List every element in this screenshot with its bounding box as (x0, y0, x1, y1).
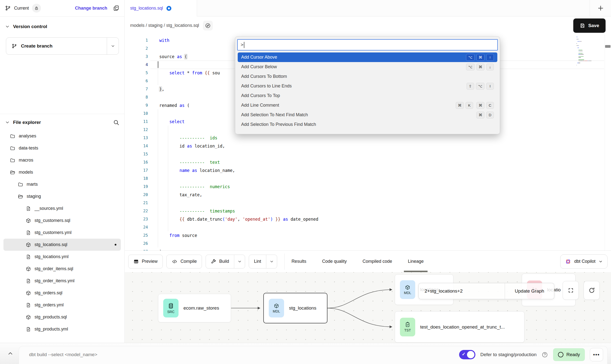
line-number: 13 (125, 135, 148, 140)
file-tree-item-stg-customers-yml[interactable]: stg_customers.yml (3, 227, 121, 239)
lineage-filter-input[interactable]: 2+stg_locations+2 (419, 283, 505, 299)
git-branch-icon (5, 5, 11, 11)
line-number: 3 (125, 54, 148, 59)
update-graph-button[interactable]: Update Graph (505, 283, 554, 299)
file-tree-item-stg-orders-yml[interactable]: stg_orders.yml (3, 299, 121, 311)
more-options-button[interactable]: ••• (590, 348, 603, 361)
save-button[interactable]: Save (573, 18, 606, 33)
file-tree-item-stg-order-items-sql[interactable]: stg_order_items.sql (3, 263, 121, 275)
model-file-icon (26, 218, 31, 223)
version-control-header[interactable]: Version control (0, 17, 124, 29)
unsaved-changes-dot (166, 6, 171, 11)
command-item-add-selection-to-previous-find-match[interactable]: Add Selection To Previous Find Match (238, 120, 497, 129)
node-label: test_does_location_opened_at_trunc_t... (420, 324, 505, 330)
tab-lineage[interactable]: Lineage (408, 251, 424, 272)
tab-stg-locations-sql[interactable]: stg_locations.sql (125, 0, 197, 17)
palette-query: > (241, 42, 243, 48)
file-tree-item-analyses[interactable]: analyses (3, 130, 121, 142)
command-item-add-cursors-to-line-ends[interactable]: Add Cursors to Line Ends⇧⌥I (238, 81, 497, 91)
file-tree: analysesdata-testsmacrosmodelsmartsstagi… (0, 130, 124, 335)
key-chip: ⌥ (476, 83, 485, 90)
search-icon[interactable] (113, 119, 119, 126)
copy-icon[interactable] (113, 5, 119, 11)
status-badge: Ready (553, 348, 585, 361)
lint-dropdown[interactable] (266, 255, 277, 268)
file-tree-item-marts[interactable]: marts (3, 178, 121, 190)
command-item-add-cursors-to-top[interactable]: Add Cursors To Top (238, 91, 497, 100)
code-line-24: 24 (125, 223, 611, 231)
editor-scrollbar[interactable] (605, 34, 611, 250)
line-number: 2 (125, 46, 148, 51)
build-button[interactable]: Build (206, 255, 245, 268)
compile-button[interactable]: Compile (166, 255, 202, 268)
editor-tabstrip: stg_locations.sql (125, 0, 611, 17)
line-text: id as location_id, (159, 144, 225, 149)
floppy-disk-icon (580, 23, 585, 28)
collapse-panel-button[interactable] (5, 348, 15, 358)
file-label: stg_locations.yml (35, 254, 69, 259)
command-list: Add Cursor Above⌥⌘↑Add Cursor Below⌥⌘↓Ad… (237, 52, 498, 129)
chevron-up-icon (7, 350, 14, 357)
file-tree-item-stg-locations-sql[interactable]: stg_locations.sql (3, 239, 121, 251)
scrollbar-thumb[interactable] (605, 45, 611, 48)
preview-button[interactable]: Preview (128, 255, 163, 268)
file-tree-item-stg-products-yml[interactable]: stg_products.yml (3, 323, 121, 335)
refresh-button[interactable] (584, 281, 600, 300)
lineage-node-model[interactable]: MDLstg_locations (263, 293, 327, 323)
cli-command-input[interactable]: dbt build --select <model_name> (29, 346, 97, 363)
key-chip: I (486, 83, 494, 90)
chevron-down-icon (598, 259, 603, 264)
file-tree-item-stg-products-sql[interactable]: stg_products.sql (3, 311, 121, 323)
lineage-canvas[interactable]: SRCecom.raw_storesMDLstg_locationsMDLloc… (125, 272, 611, 343)
command-palette-input[interactable]: > (237, 39, 498, 50)
file-explorer-header[interactable]: File explorer (0, 117, 124, 128)
build-dropdown[interactable] (234, 255, 245, 268)
command-label: Add Cursor Below (241, 64, 277, 69)
create-branch-button[interactable]: Create branch (6, 37, 119, 55)
dbt-copilot-label: dbt Copilot (574, 259, 595, 264)
lineage-node-src[interactable]: SRCecom.raw_stores (158, 294, 231, 322)
command-item-add-cursor-below[interactable]: Add Cursor Below⌥⌘↓ (238, 62, 497, 72)
file-label: stg_orders.sql (35, 290, 62, 296)
file-tree-item-data-tests[interactable]: data-tests (3, 142, 121, 154)
create-branch-dropdown[interactable] (107, 38, 119, 54)
fullscreen-icon (568, 287, 574, 294)
line-number: 5 (125, 70, 148, 75)
branch-bar: Current Change branch (0, 0, 124, 17)
code-line-20: 20 tax_rate, (125, 191, 611, 199)
tab-compiled-code[interactable]: Compiled code (362, 251, 392, 272)
fullscreen-button[interactable] (563, 281, 579, 300)
file-tree-item-models[interactable]: models (3, 166, 121, 178)
line-number: 16 (125, 160, 148, 165)
command-item-add-cursors-to-bottom[interactable]: Add Cursors To Bottom (238, 72, 497, 81)
file-tree-item--sources-yml[interactable]: __sources.yml (3, 202, 121, 215)
tab-results[interactable]: Results (291, 251, 306, 272)
file-tree-item-stg-locations-yml[interactable]: stg_locations.yml (3, 251, 121, 263)
file-tree-item-stg-customers-sql[interactable]: stg_customers.sql (3, 215, 121, 227)
minimap[interactable] (576, 36, 604, 66)
file-tree-item-staging[interactable]: staging (3, 190, 121, 202)
dbt-copilot-button[interactable]: dbt Copilot (560, 254, 608, 269)
line-text: ---------- text (159, 160, 220, 165)
command-item-add-line-comment[interactable]: Add Line Comment⌘K⌘C (238, 100, 497, 110)
command-item-add-selection-to-next-find-match[interactable]: Add Selection To Next Find Match⌘D (238, 110, 497, 120)
file-tree-item-macros[interactable]: macros (3, 154, 121, 166)
file-tree-item-stg-orders-sql[interactable]: stg_orders.sql (3, 287, 121, 299)
line-number: 25 (125, 233, 148, 238)
model-file-icon (26, 314, 31, 320)
new-tab-button[interactable] (596, 4, 605, 13)
line-number: 1 (125, 38, 148, 43)
line-text: with (159, 38, 169, 43)
file-tree-item-stg-order-items-yml[interactable]: stg_order_items.yml (3, 275, 121, 287)
lint-button[interactable]: Lint (249, 255, 277, 268)
tab-code-quality[interactable]: Code quality (322, 251, 347, 272)
lineage-node-test[interactable]: TSTtest_does_location_opened_at_trunc_t.… (395, 311, 524, 343)
folder-icon (10, 158, 15, 163)
status-bar: dbt build --select <model_name> ✓ Defer … (0, 343, 611, 364)
command-item-add-cursor-above[interactable]: Add Cursor Above⌥⌘↑ (238, 52, 497, 62)
navigate-button[interactable] (203, 21, 213, 31)
change-branch-link[interactable]: Change branch (75, 6, 107, 11)
defer-toggle[interactable]: ✓ (459, 350, 475, 359)
help-icon[interactable] (541, 351, 548, 358)
command-label: Add Cursors To Bottom (241, 74, 287, 79)
